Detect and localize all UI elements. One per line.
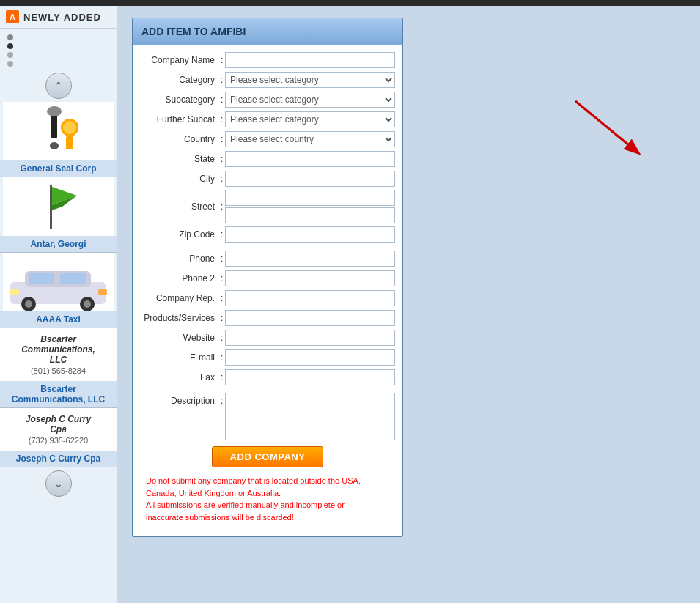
svg-point-3 bbox=[63, 121, 76, 134]
scroll-down-button[interactable]: ⌄ bbox=[45, 470, 72, 497]
sidebar-item-label[interactable]: Antar, Georgi bbox=[0, 236, 117, 252]
svg-rect-4 bbox=[66, 136, 73, 149]
street-group bbox=[225, 190, 395, 223]
dot-3 bbox=[7, 52, 13, 58]
sidebar-item-label[interactable]: Joseph C Curry Cpa bbox=[0, 451, 117, 467]
description-label: Description bbox=[140, 393, 221, 406]
subcategory-select[interactable]: Please select category bbox=[225, 92, 395, 108]
notice-line1: Do not submit any company that is locate… bbox=[146, 476, 361, 485]
sidebar-item-label[interactable]: Bscarter Communications, LLC bbox=[0, 381, 117, 407]
svg-rect-0 bbox=[51, 113, 57, 138]
category-label: Category bbox=[140, 75, 221, 85]
dot-2 bbox=[7, 43, 13, 49]
fax-input[interactable] bbox=[225, 369, 395, 385]
top-bar bbox=[0, 0, 700, 6]
state-row: State : bbox=[140, 150, 395, 168]
bscarter-text-block: BscarterCommunications,LLC (801) 565-828… bbox=[0, 328, 117, 381]
app-logo: A bbox=[6, 10, 19, 23]
svg-point-16 bbox=[84, 300, 91, 308]
svg-line-20 bbox=[575, 101, 638, 152]
phone-row: Phone : bbox=[140, 250, 395, 267]
phone-label: Phone bbox=[140, 254, 221, 264]
sidebar-title: NEWLY ADDED bbox=[23, 12, 101, 23]
company-rep-label: Company Rep. bbox=[140, 293, 221, 303]
form-notice: Do not submit any company that is locate… bbox=[140, 472, 395, 530]
bscarter-name: BscarterCommunications,LLC bbox=[4, 334, 112, 365]
company-name-label: Company Name bbox=[140, 55, 221, 65]
bscarter-phone: (801) 565-8284 bbox=[4, 366, 112, 375]
further-subcat-select[interactable]: Please select category bbox=[225, 111, 395, 127]
website-row: Website : bbox=[140, 329, 395, 347]
dot-1 bbox=[7, 34, 13, 40]
fax-row: Fax : bbox=[140, 369, 395, 386]
street-label: Street bbox=[140, 201, 221, 212]
website-label: Website bbox=[140, 333, 221, 343]
svg-rect-11 bbox=[29, 273, 54, 284]
country-select[interactable]: Please select country bbox=[225, 131, 395, 147]
notice-line4: inaccurate submissions will be discarded… bbox=[146, 513, 294, 522]
street-input-1[interactable] bbox=[225, 190, 395, 206]
fax-label: Fax bbox=[140, 372, 221, 382]
scroll-up-button[interactable]: ⌃ bbox=[45, 73, 72, 99]
zip-code-input[interactable] bbox=[225, 226, 395, 243]
phone2-input[interactable] bbox=[225, 270, 395, 286]
company-name-row: Company Name : bbox=[140, 51, 395, 69]
website-input[interactable] bbox=[225, 330, 395, 346]
category-select[interactable]: Please select category bbox=[225, 72, 395, 88]
red-arrow-icon bbox=[568, 94, 656, 167]
sidebar-header: A NEWLY ADDED bbox=[0, 6, 117, 29]
zip-code-row: Zip Code : bbox=[140, 226, 395, 243]
phone-input[interactable] bbox=[225, 251, 395, 267]
subcategory-label: Subcategory bbox=[140, 95, 221, 105]
sidebar-item-label[interactable]: AAAA Taxi bbox=[0, 311, 117, 328]
joseph-text-block: Joseph C CurryCpa (732) 935-62220 bbox=[0, 408, 117, 451]
products-services-label: Products/Services bbox=[140, 313, 221, 323]
description-row: Description : bbox=[140, 393, 395, 440]
company-rep-row: Company Rep. : bbox=[140, 289, 395, 307]
joseph-name: Joseph C CurryCpa bbox=[4, 414, 112, 434]
list-item: Antar, Georgi bbox=[0, 177, 117, 253]
add-company-button[interactable]: ADD COMPANY bbox=[212, 446, 324, 467]
email-row: E-mail : bbox=[140, 349, 395, 366]
zip-code-label: Zip Code bbox=[140, 229, 221, 240]
products-services-input[interactable] bbox=[225, 310, 395, 326]
city-row: City : bbox=[140, 170, 395, 188]
street-input-2[interactable] bbox=[225, 207, 395, 223]
list-item: AAAA Taxi bbox=[0, 253, 117, 328]
joseph-phone: (732) 935-62220 bbox=[4, 436, 112, 445]
street-row: Street : bbox=[140, 190, 395, 223]
phone2-label: Phone 2 bbox=[140, 273, 221, 284]
sidebar-item-label[interactable]: General Seal Corp bbox=[0, 160, 117, 177]
list-item: Joseph C CurryCpa (732) 935-62220 Joseph… bbox=[0, 408, 117, 467]
svg-rect-6 bbox=[50, 185, 52, 229]
dot-4 bbox=[7, 61, 13, 67]
description-textarea[interactable] bbox=[225, 393, 395, 440]
add-item-form-panel: ADD ITEM TO AMFIBI Company Name : Catego… bbox=[132, 18, 403, 537]
svg-rect-17 bbox=[10, 289, 19, 295]
phone2-row: Phone 2 : bbox=[140, 270, 395, 287]
email-input[interactable] bbox=[225, 349, 395, 366]
company-name-input[interactable] bbox=[225, 52, 395, 68]
main-layout: A NEWLY ADDED ⌃ bbox=[0, 6, 700, 603]
antar-georgi-image bbox=[3, 177, 114, 236]
sidebar-dots bbox=[0, 29, 117, 70]
further-subcat-label: Further Subcat bbox=[140, 114, 221, 125]
sidebar: A NEWLY ADDED ⌃ bbox=[0, 6, 117, 603]
svg-point-14 bbox=[25, 300, 32, 308]
state-label: State bbox=[140, 154, 221, 164]
list-item: General Seal Corp bbox=[0, 102, 117, 177]
city-input[interactable] bbox=[225, 171, 395, 187]
products-services-row: Products/Services : bbox=[140, 309, 395, 327]
subcategory-row: Subcategory : Please select category bbox=[140, 91, 395, 108]
email-label: E-mail bbox=[140, 352, 221, 363]
country-row: Country : Please select country bbox=[140, 130, 395, 148]
further-subcat-row: Further Subcat : Please select category bbox=[140, 111, 395, 128]
company-rep-input[interactable] bbox=[225, 290, 395, 306]
state-input[interactable] bbox=[225, 151, 395, 167]
aaaa-taxi-image bbox=[3, 253, 114, 311]
notice-line3: All submissions are verified manually an… bbox=[146, 500, 345, 509]
form-body: Company Name : Category : Please select … bbox=[133, 45, 402, 536]
country-label: Country bbox=[140, 134, 221, 144]
category-row: Category : Please select category bbox=[140, 71, 395, 89]
form-header: ADD ITEM TO AMFIBI bbox=[133, 18, 402, 45]
